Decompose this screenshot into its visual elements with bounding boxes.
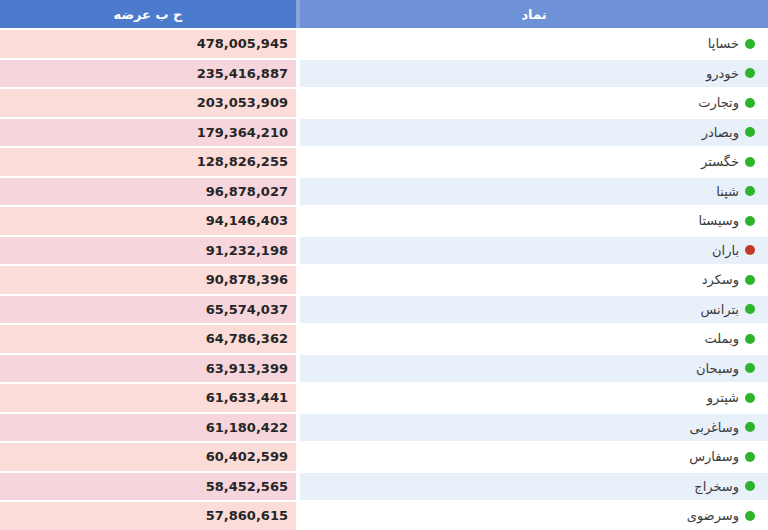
symbol-name: وسرضوی	[687, 509, 739, 522]
symbol-cell[interactable]: خساپا	[300, 30, 768, 58]
table-row[interactable]: وبصادر 179,364,210	[0, 119, 768, 147]
supply-value-cell: 61,633,441	[0, 384, 296, 412]
symbol-cell[interactable]: باران	[300, 237, 768, 265]
cell-divider	[296, 266, 300, 294]
column-divider	[296, 0, 300, 28]
supply-value-cell: 58,452,565	[0, 473, 296, 501]
supply-value-cell: 128,826,255	[0, 148, 296, 176]
supply-value: 65,574,037	[206, 303, 288, 316]
status-dot-icon	[745, 39, 755, 49]
symbol-cell[interactable]: وسبحان	[300, 355, 768, 383]
table-row[interactable]: خودرو 235,416,887	[0, 60, 768, 88]
symbol-cell[interactable]: وسیستا	[300, 207, 768, 235]
supply-value-cell: 57,860,615	[0, 502, 296, 530]
status-dot-icon	[745, 216, 755, 226]
supply-value-cell: 65,574,037	[0, 296, 296, 324]
symbol-cell[interactable]: وسکرد	[300, 266, 768, 294]
symbol-cell[interactable]: وساغربی	[300, 414, 768, 442]
cell-divider	[296, 207, 300, 235]
symbol-name: باران	[712, 244, 739, 257]
table-row[interactable]: وبملت 64,786,362	[0, 325, 768, 353]
table-row[interactable]: وسخراج 58,452,565	[0, 473, 768, 501]
symbol-cell[interactable]: وسرضوی	[300, 502, 768, 530]
table-row[interactable]: خساپا 478,005,945	[0, 30, 768, 58]
symbol-name: وسفارس	[689, 450, 739, 463]
symbol-cell[interactable]: شپنا	[300, 178, 768, 206]
status-dot-icon	[745, 245, 755, 255]
table-row[interactable]: شپنا 96,878,027	[0, 178, 768, 206]
supply-value-cell: 203,053,909	[0, 89, 296, 117]
cell-divider	[296, 384, 300, 412]
table-row[interactable]: وسیستا 94,146,403	[0, 207, 768, 235]
status-dot-icon	[745, 334, 755, 344]
stock-table-app: نماد ح ب عرضه خساپا 478,005,945 خودرو 23…	[0, 0, 768, 530]
supply-value: 478,005,945	[197, 37, 288, 50]
symbol-name: وسخراج	[694, 480, 739, 493]
supply-value-cell: 96,878,027	[0, 178, 296, 206]
symbol-name: وتجارت	[698, 96, 739, 109]
supply-value-cell: 91,232,198	[0, 237, 296, 265]
symbol-name: بترانس	[700, 303, 739, 316]
symbol-cell[interactable]: وسفارس	[300, 443, 768, 471]
status-dot-icon	[745, 481, 755, 491]
symbol-name: وساغربی	[689, 421, 739, 434]
symbol-name: وبملت	[705, 332, 739, 345]
symbol-cell[interactable]: وبصادر	[300, 119, 768, 147]
status-dot-icon	[745, 68, 755, 78]
supply-value-cell: 61,180,422	[0, 414, 296, 442]
supply-value-cell: 63,913,399	[0, 355, 296, 383]
status-dot-icon	[745, 511, 755, 521]
symbol-cell[interactable]: وتجارت	[300, 89, 768, 117]
supply-value-cell: 478,005,945	[0, 30, 296, 58]
supply-value-cell: 90,878,396	[0, 266, 296, 294]
column-header-symbol[interactable]: نماد	[300, 0, 768, 28]
table-row[interactable]: وسرضوی 57,860,615	[0, 502, 768, 530]
cell-divider	[296, 296, 300, 324]
status-dot-icon	[745, 363, 755, 373]
status-dot-icon	[745, 127, 755, 137]
symbol-name: خگستر	[701, 155, 739, 168]
table-row[interactable]: بترانس 65,574,037	[0, 296, 768, 324]
cell-divider	[296, 502, 300, 530]
table-row[interactable]: شپترو 61,633,441	[0, 384, 768, 412]
supply-value-cell: 64,786,362	[0, 325, 296, 353]
cell-divider	[296, 119, 300, 147]
supply-value: 90,878,396	[206, 273, 288, 286]
cell-divider	[296, 473, 300, 501]
table-row[interactable]: وساغربی 61,180,422	[0, 414, 768, 442]
supply-value: 60,402,599	[206, 450, 288, 463]
supply-value: 64,786,362	[206, 332, 288, 345]
table-row[interactable]: وسبحان 63,913,399	[0, 355, 768, 383]
supply-value: 128,826,255	[197, 155, 288, 168]
status-dot-icon	[745, 452, 755, 462]
cell-divider	[296, 89, 300, 117]
symbol-cell[interactable]: وبملت	[300, 325, 768, 353]
supply-value: 63,913,399	[206, 362, 288, 375]
column-header-supply[interactable]: ح ب عرضه	[0, 0, 296, 28]
supply-value: 61,633,441	[206, 391, 288, 404]
cell-divider	[296, 325, 300, 353]
table-row[interactable]: باران 91,232,198	[0, 237, 768, 265]
status-dot-icon	[745, 275, 755, 285]
status-dot-icon	[745, 186, 755, 196]
symbol-cell[interactable]: خگستر	[300, 148, 768, 176]
table-row[interactable]: خگستر 128,826,255	[0, 148, 768, 176]
cell-divider	[296, 178, 300, 206]
supply-value: 235,416,887	[197, 67, 288, 80]
supply-value-cell: 60,402,599	[0, 443, 296, 471]
cell-divider	[296, 60, 300, 88]
status-dot-icon	[745, 393, 755, 403]
symbol-cell[interactable]: شپترو	[300, 384, 768, 412]
table-row[interactable]: وسکرد 90,878,396	[0, 266, 768, 294]
symbol-name: خودرو	[706, 67, 739, 80]
symbol-cell[interactable]: وسخراج	[300, 473, 768, 501]
symbol-name: خساپا	[708, 37, 739, 50]
table-row[interactable]: وسفارس 60,402,599	[0, 443, 768, 471]
symbol-name: وبصادر	[702, 126, 739, 139]
symbol-cell[interactable]: خودرو	[300, 60, 768, 88]
symbol-name: وسیستا	[698, 214, 739, 227]
symbol-name: شپنا	[716, 185, 739, 198]
symbol-cell[interactable]: بترانس	[300, 296, 768, 324]
cell-divider	[296, 30, 300, 58]
table-row[interactable]: وتجارت 203,053,909	[0, 89, 768, 117]
